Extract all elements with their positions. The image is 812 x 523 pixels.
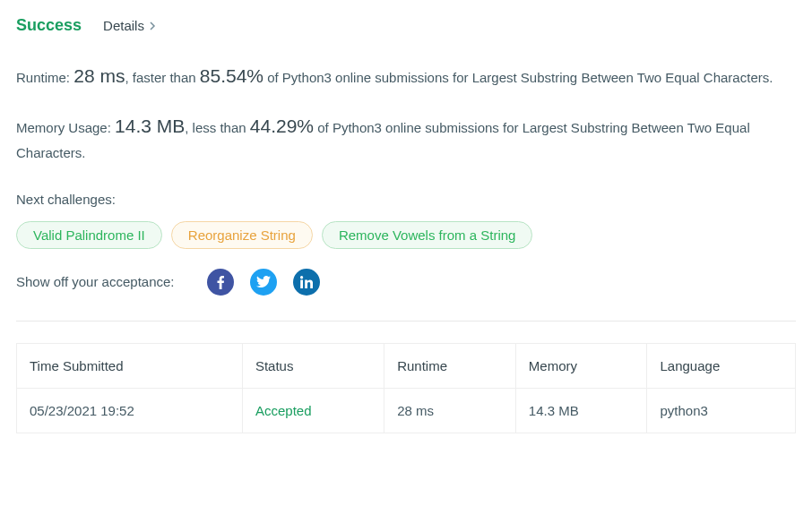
- memory-prefix: Memory Usage:: [16, 120, 115, 135]
- facebook-icon[interactable]: [207, 269, 234, 296]
- next-challenges-label: Next challenges:: [16, 192, 796, 207]
- linkedin-icon[interactable]: [293, 269, 320, 296]
- runtime-value: 28 ms: [73, 65, 125, 86]
- runtime-suffix: of Python3 online submissions for Larges…: [263, 70, 773, 85]
- memory-percent: 44.29%: [250, 116, 314, 136]
- divider: [16, 321, 796, 322]
- runtime-mid: , faster than: [125, 70, 199, 85]
- challenge-reorganize-string[interactable]: Reorganize String: [171, 221, 313, 249]
- challenge-remove-vowels[interactable]: Remove Vowels from a String: [322, 221, 533, 249]
- col-memory: Memory: [515, 343, 647, 388]
- cell-language: python3: [647, 388, 796, 433]
- result-header: Success Details: [16, 16, 796, 35]
- cell-memory: 14.3 MB: [515, 388, 647, 433]
- col-runtime: Runtime: [384, 343, 516, 388]
- memory-mid: , less than: [185, 120, 250, 135]
- col-status: Status: [242, 343, 384, 388]
- submissions-table: Time Submitted Status Runtime Memory Lan…: [16, 343, 796, 433]
- runtime-prefix: Runtime:: [16, 70, 73, 85]
- table-row: 05/23/2021 19:52 Accepted 28 ms 14.3 MB …: [17, 388, 796, 433]
- status-label: Success: [16, 16, 82, 35]
- runtime-percent: 85.54%: [200, 65, 263, 86]
- col-time: Time Submitted: [17, 343, 243, 388]
- show-off-label: Show off your acceptance:: [16, 274, 175, 289]
- cell-runtime: 28 ms: [384, 388, 516, 433]
- cell-status[interactable]: Accepted: [242, 388, 384, 433]
- challenge-valid-palindrome[interactable]: Valid Palindrome II: [16, 221, 162, 249]
- challenge-pills: Valid Palindrome II Reorganize String Re…: [16, 221, 796, 249]
- runtime-stat: Runtime: 28 ms, faster than 85.54% of Py…: [16, 60, 796, 92]
- table-header-row: Time Submitted Status Runtime Memory Lan…: [17, 343, 796, 388]
- details-link-text: Details: [103, 18, 144, 33]
- cell-time: 05/23/2021 19:52: [17, 388, 243, 433]
- show-off-row: Show off your acceptance:: [16, 269, 796, 296]
- twitter-icon[interactable]: [250, 269, 277, 296]
- memory-stat: Memory Usage: 14.3 MB, less than 44.29% …: [16, 110, 796, 165]
- col-language: Language: [647, 343, 796, 388]
- details-link[interactable]: Details: [103, 18, 157, 33]
- chevron-right-icon: [150, 18, 157, 33]
- memory-value: 14.3 MB: [115, 116, 185, 136]
